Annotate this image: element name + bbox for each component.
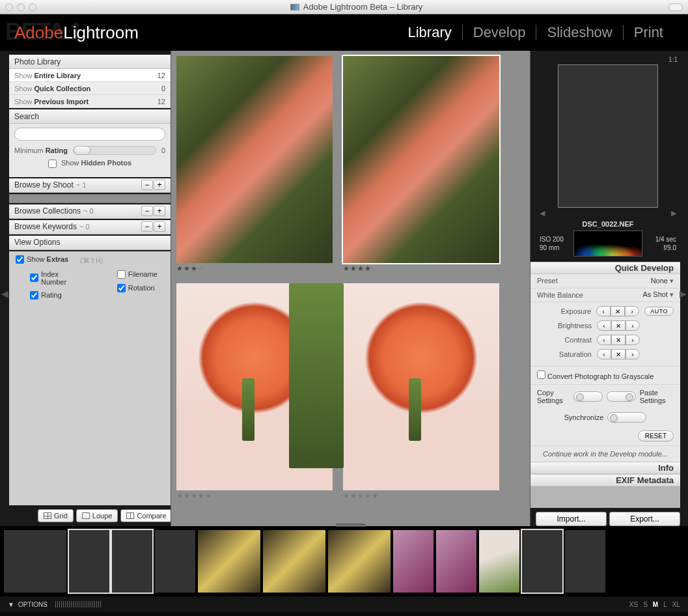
panel-collapse-left-icon[interactable]: ◀ bbox=[1, 288, 8, 299]
reset-value-button[interactable]: ✕ bbox=[611, 320, 626, 331]
image-grid[interactable]: ★★★··★★★★·★★★★★★★★★★ bbox=[171, 51, 530, 526]
increase-button[interactable]: › bbox=[625, 306, 639, 316]
saturation-stepper[interactable]: ‹✕› bbox=[597, 349, 640, 359]
grid-thumbnail[interactable] bbox=[343, 283, 499, 490]
show-extras-option[interactable]: Show Extras bbox=[16, 255, 68, 264]
size-xs[interactable]: XS bbox=[629, 601, 638, 608]
exif-header[interactable]: EXIF Metadata bbox=[530, 474, 680, 486]
filmstrip-thumbnail[interactable] bbox=[69, 530, 109, 593]
filmstrip-thumbnail[interactable] bbox=[393, 530, 433, 593]
close-icon[interactable] bbox=[5, 3, 13, 11]
search-header[interactable]: Search bbox=[9, 109, 171, 124]
decrease-button[interactable]: ‹ bbox=[596, 306, 611, 316]
search-input[interactable] bbox=[14, 128, 165, 141]
show-extras-checkbox[interactable] bbox=[16, 255, 24, 264]
filmstrip-thumbnail[interactable] bbox=[198, 530, 260, 593]
grid-cell[interactable]: ★★★★· bbox=[343, 56, 499, 273]
size-xl[interactable]: XL bbox=[672, 601, 680, 608]
options-label[interactable]: OPTIONS bbox=[18, 601, 48, 608]
filmstrip-thumbnail[interactable] bbox=[522, 530, 562, 593]
contrast-stepper[interactable]: ‹✕› bbox=[597, 335, 640, 345]
exposure-stepper[interactable]: ‹✕› bbox=[596, 306, 639, 316]
library-row[interactable]: Show Quick Collection0 bbox=[9, 82, 171, 95]
grid-cell[interactable]: ★★★★★ bbox=[343, 283, 499, 500]
preview-image[interactable] bbox=[558, 64, 658, 208]
decrease-button[interactable]: ‹ bbox=[597, 349, 611, 359]
browse-collections-header[interactable]: Browse Collections ~ 0 −+ bbox=[9, 204, 171, 219]
compare-view-button[interactable]: Compare bbox=[120, 509, 172, 522]
preview-next-icon[interactable]: ▶ bbox=[671, 209, 676, 217]
decrease-button[interactable]: ‹ bbox=[597, 320, 611, 331]
collections-plus-button[interactable]: + bbox=[154, 206, 165, 216]
filmstrip-thumbnail[interactable] bbox=[328, 530, 391, 593]
rating-stars[interactable]: ★★★★★ bbox=[176, 492, 333, 500]
filmstrip-thumbnail[interactable] bbox=[112, 530, 152, 593]
paste-settings-button[interactable] bbox=[607, 391, 636, 402]
quick-develop-header[interactable]: Quick Develop bbox=[530, 262, 680, 274]
panel-collapse-right-icon[interactable]: ▶ bbox=[680, 288, 687, 299]
white-balance-row[interactable]: White Balance As Shot bbox=[530, 288, 680, 303]
browse-shoot-header[interactable]: Browse by Shoot ~ 1 −+ bbox=[9, 178, 171, 193]
photo-library-header[interactable]: Photo Library bbox=[9, 55, 171, 69]
rating-stars[interactable]: ★★★★★ bbox=[343, 492, 499, 500]
reset-value-button[interactable]: ✕ bbox=[611, 349, 626, 359]
brightness-stepper[interactable]: ‹✕› bbox=[597, 320, 640, 331]
grayscale-row[interactable]: Convert Photograph to Grayscale bbox=[530, 366, 680, 385]
export-button[interactable]: Export... bbox=[609, 512, 680, 526]
tab-slideshow[interactable]: Slideshow bbox=[536, 24, 622, 41]
filmstrip-thumbnail[interactable] bbox=[565, 530, 605, 593]
keywords-minus-button[interactable]: − bbox=[141, 221, 153, 232]
import-button[interactable]: Import... bbox=[536, 512, 607, 526]
grayscale-checkbox[interactable] bbox=[537, 371, 545, 379]
reset-value-button[interactable]: ✕ bbox=[611, 306, 625, 316]
option-rotation[interactable]: Rotation bbox=[117, 284, 158, 292]
options-slider[interactable] bbox=[55, 601, 101, 608]
window-toolbar-pill-icon[interactable] bbox=[668, 3, 683, 11]
increase-button[interactable]: › bbox=[626, 335, 640, 345]
size-l[interactable]: L bbox=[663, 601, 667, 608]
auto-button[interactable]: AUTO bbox=[644, 307, 674, 316]
filmstrip[interactable] bbox=[0, 526, 688, 596]
wb-value[interactable]: As Shot bbox=[642, 290, 674, 299]
show-hidden-checkbox[interactable] bbox=[48, 160, 57, 168]
rating-stars[interactable]: ★★★★· bbox=[343, 264, 499, 273]
tab-print[interactable]: Print bbox=[624, 24, 674, 41]
filmstrip-thumbnail[interactable] bbox=[479, 530, 519, 593]
option-index-number[interactable]: Index Number bbox=[30, 270, 78, 286]
tab-develop[interactable]: Develop bbox=[463, 24, 536, 41]
minimize-icon[interactable] bbox=[17, 3, 25, 11]
browse-shoot-plus-button[interactable]: + bbox=[154, 180, 165, 190]
preset-row[interactable]: Preset None bbox=[530, 274, 680, 288]
browse-keywords-header[interactable]: Browse Keywords ~ 0 −+ bbox=[9, 220, 171, 234]
filmstrip-thumbnail[interactable] bbox=[4, 530, 66, 593]
histogram[interactable] bbox=[573, 231, 642, 257]
preview-prev-icon[interactable]: ◀ bbox=[540, 209, 545, 217]
options-disclosure-icon[interactable]: ▼ bbox=[8, 601, 14, 608]
grid-thumbnail[interactable] bbox=[176, 56, 333, 263]
option-filename[interactable]: Filename bbox=[117, 270, 158, 279]
info-header[interactable]: Info bbox=[530, 462, 680, 474]
library-row[interactable]: Show Previous Import12 bbox=[9, 95, 171, 108]
size-m[interactable]: M bbox=[653, 601, 658, 608]
increase-button[interactable]: › bbox=[626, 320, 640, 331]
grid-view-button[interactable]: Grid bbox=[38, 509, 74, 522]
rating-stars[interactable]: ★★★·· bbox=[176, 264, 333, 273]
decrease-button[interactable]: ‹ bbox=[597, 335, 611, 345]
browse-shoot-minus-button[interactable]: − bbox=[141, 180, 153, 190]
filmstrip-drag-handle-icon[interactable] bbox=[336, 524, 366, 527]
preset-value[interactable]: None bbox=[651, 277, 674, 285]
min-rating-slider[interactable] bbox=[73, 146, 156, 155]
zoom-icon[interactable] bbox=[29, 3, 36, 11]
reset-value-button[interactable]: ✕ bbox=[611, 335, 626, 345]
view-options-header[interactable]: View Options bbox=[9, 236, 171, 250]
increase-button[interactable]: › bbox=[626, 349, 640, 359]
loupe-view-button[interactable]: Loupe bbox=[76, 509, 118, 522]
window-controls[interactable] bbox=[5, 3, 36, 11]
filmstrip-thumbnail[interactable] bbox=[263, 530, 325, 593]
filmstrip-thumbnail[interactable] bbox=[155, 530, 195, 593]
size-s[interactable]: S bbox=[643, 601, 648, 608]
tab-library[interactable]: Library bbox=[398, 24, 462, 41]
continue-develop-link[interactable]: Continue work in the Develop module... bbox=[530, 445, 680, 462]
copy-settings-button[interactable] bbox=[573, 391, 603, 402]
library-row[interactable]: Show Entire Library12 bbox=[9, 69, 171, 82]
